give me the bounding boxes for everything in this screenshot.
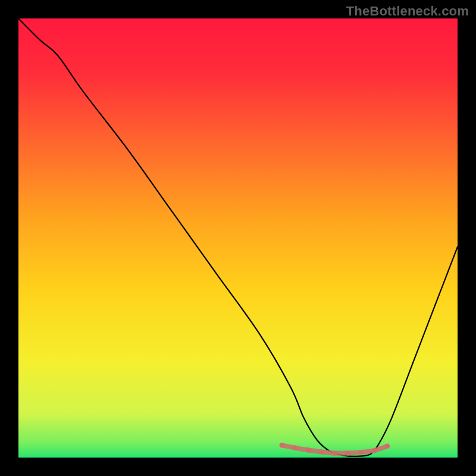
svg-point-4 xyxy=(332,450,337,455)
svg-point-8 xyxy=(385,444,390,449)
svg-point-6 xyxy=(358,450,363,455)
chart-svg xyxy=(18,18,458,458)
svg-point-2 xyxy=(306,447,311,452)
plot-area xyxy=(18,18,458,458)
svg-point-7 xyxy=(372,448,377,453)
svg-point-5 xyxy=(345,450,350,455)
gradient-background xyxy=(18,18,458,458)
watermark-text: TheBottleneck.com xyxy=(346,4,469,19)
svg-point-1 xyxy=(293,446,298,450)
svg-point-0 xyxy=(280,443,284,447)
svg-point-3 xyxy=(319,449,324,454)
